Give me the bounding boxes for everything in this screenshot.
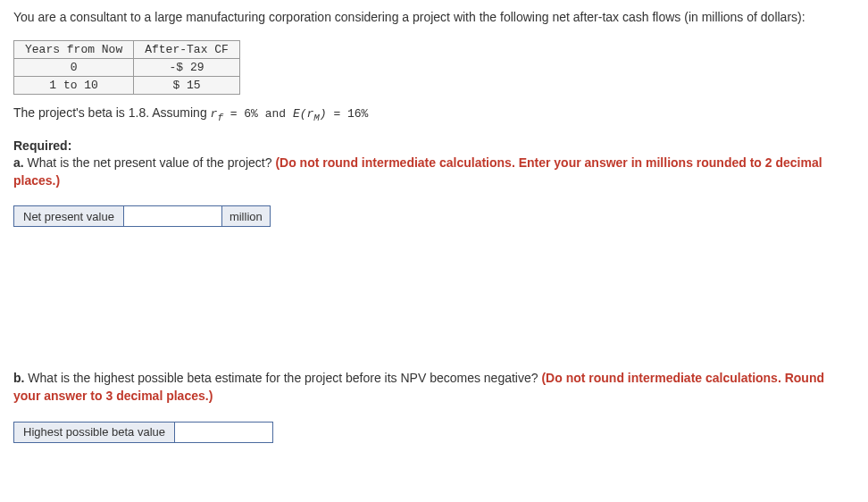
rf-value: = 6% and xyxy=(223,107,293,121)
question-b-letter: b. xyxy=(13,371,24,385)
question-b-text: What is the highest possible beta estima… xyxy=(24,371,541,385)
question-a-letter: a. xyxy=(13,155,24,170)
required-label: Required: xyxy=(13,138,855,153)
npv-input[interactable] xyxy=(124,206,221,226)
answer-a-unit: million xyxy=(221,206,270,227)
question-b: b. What is the highest possible beta est… xyxy=(13,370,855,405)
question-a: a. What is the net present value of the … xyxy=(13,155,855,189)
cf-header-aftercf: After-Tax CF xyxy=(134,40,240,58)
cf-row0-cf: -$ 29 xyxy=(134,58,240,76)
erm-symbol: E(r xyxy=(293,107,313,121)
cf-row1-cf: $ 15 xyxy=(134,76,240,94)
intro-text: You are a consultant to a large manufact… xyxy=(13,9,855,27)
answer-b-label: Highest possible beta value xyxy=(14,422,175,442)
assumption-text: The project's beta is 1.8. Assuming rf =… xyxy=(13,105,855,123)
answer-a-label: Net present value xyxy=(14,206,124,227)
question-a-text: What is the net present value of the pro… xyxy=(24,155,276,170)
cf-header-years: Years from Now xyxy=(14,40,134,58)
answer-a-table: Net present value million xyxy=(13,205,271,227)
assumption-prefix: The project's beta is 1.8. Assuming xyxy=(13,105,211,120)
answer-b-table: Highest possible beta value xyxy=(13,422,273,443)
cf-row1-years: 1 to 10 xyxy=(14,76,134,94)
beta-input[interactable] xyxy=(175,423,272,442)
cashflow-table: Years from Now After-Tax CF 0 -$ 29 1 to… xyxy=(13,40,240,95)
cf-row0-years: 0 xyxy=(14,58,134,76)
erm-value: = 16% xyxy=(327,107,369,121)
erm-close: ) xyxy=(320,107,327,121)
